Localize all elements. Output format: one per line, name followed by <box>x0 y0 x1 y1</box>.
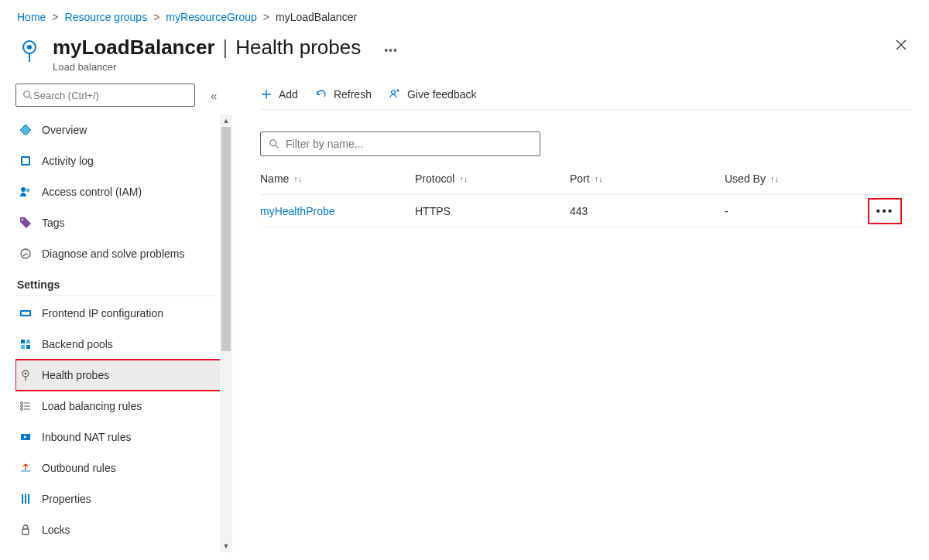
sidebar-item-outbound-rules[interactable]: Outbound rules <box>15 452 232 483</box>
add-button-label: Add <box>279 88 298 101</box>
breadcrumb-myresourcegroup[interactable]: myResourceGroup <box>166 11 257 23</box>
column-header-protocol[interactable]: Protocol ↑↓ <box>415 172 570 185</box>
svg-point-23 <box>21 405 23 408</box>
sort-icon: ↑↓ <box>459 174 468 183</box>
column-label: Port <box>570 172 590 185</box>
title-more-icon[interactable]: ••• <box>384 44 398 56</box>
outbound-rules-icon <box>19 461 33 475</box>
svg-point-19 <box>25 373 27 375</box>
probe-name-link[interactable]: myHealthProbe <box>260 205 415 217</box>
health-probes-table: Name ↑↓ Protocol ↑↓ Port ↑↓ Used By ↑↓ <box>260 162 912 227</box>
overview-icon <box>19 123 33 137</box>
search-icon <box>269 138 279 149</box>
page-subtitle: Load balancer <box>53 61 398 73</box>
filter-input-wrapper[interactable] <box>260 131 540 156</box>
svg-rect-14 <box>21 340 25 343</box>
locks-icon <box>19 523 33 537</box>
filter-input[interactable] <box>286 138 532 150</box>
scrollbar-thumb[interactable] <box>221 127 231 351</box>
svg-point-21 <box>21 402 23 405</box>
toolbar: Add Refresh Give feedback <box>260 84 912 110</box>
breadcrumb-home[interactable]: Home <box>17 11 46 23</box>
sidebar-item-label: Activity log <box>42 155 94 167</box>
column-header-usedby[interactable]: Used By ↑↓ <box>725 172 869 185</box>
page-title-section: Health probes <box>235 36 361 60</box>
sidebar-scrollbar[interactable]: ▲ ▼ <box>220 114 232 552</box>
sidebar-item-overview[interactable]: Overview <box>15 114 232 145</box>
svg-line-4 <box>29 97 33 100</box>
add-button[interactable]: Add <box>260 88 298 101</box>
svg-rect-17 <box>26 345 30 349</box>
sidebar-item-properties[interactable]: Properties <box>15 483 232 514</box>
sidebar-item-inbound-nat[interactable]: Inbound NAT rules <box>15 422 232 452</box>
title-separator: | <box>218 36 233 60</box>
table-row[interactable]: myHealthProbe HTTPS 443 - ••• <box>260 195 912 227</box>
sort-icon: ↑↓ <box>293 174 302 183</box>
svg-point-9 <box>26 189 30 193</box>
sidebar-item-activity-log[interactable]: Activity log <box>15 145 232 176</box>
probe-port: 443 <box>570 205 725 217</box>
sidebar-item-label: Load balancing rules <box>42 400 142 412</box>
sidebar-item-lb-rules[interactable]: Load balancing rules <box>15 391 232 422</box>
properties-icon <box>19 492 33 506</box>
page-header: myLoadBalancer | Health probes ••• Load … <box>0 34 929 77</box>
close-button[interactable] <box>895 39 907 51</box>
refresh-icon <box>315 88 327 101</box>
scrollbar-up-icon[interactable]: ▲ <box>220 114 232 127</box>
sidebar-item-locks[interactable]: Locks <box>15 514 232 545</box>
backend-pools-icon <box>19 337 33 351</box>
svg-marker-5 <box>20 125 31 135</box>
column-header-port[interactable]: Port ↑↓ <box>570 172 725 185</box>
sidebar-item-frontend-ip[interactable]: Frontend IP configuration <box>15 298 232 329</box>
sidebar-search[interactable] <box>15 84 195 107</box>
svg-point-8 <box>21 187 26 192</box>
chevron-right-icon: > <box>263 11 269 23</box>
sidebar-item-label: Properties <box>42 493 91 505</box>
svg-point-25 <box>21 408 23 411</box>
breadcrumb-resource-groups[interactable]: Resource groups <box>65 11 148 23</box>
page-title: myLoadBalancer <box>53 36 215 60</box>
sort-icon: ↑↓ <box>770 174 779 183</box>
svg-line-35 <box>276 145 279 149</box>
access-control-icon <box>19 185 33 199</box>
feedback-button[interactable]: Give feedback <box>389 88 477 101</box>
sidebar-item-tags[interactable]: Tags <box>15 207 232 238</box>
sidebar-item-label: Inbound NAT rules <box>42 431 131 443</box>
scrollbar-down-icon[interactable]: ▼ <box>220 540 232 552</box>
sidebar-item-health-probes[interactable]: Health probes <box>15 360 232 391</box>
column-label: Name <box>260 172 289 185</box>
row-more-button[interactable]: ••• <box>869 199 901 224</box>
svg-rect-16 <box>21 345 25 349</box>
svg-rect-32 <box>22 529 29 534</box>
chevron-right-icon: > <box>52 11 58 23</box>
collapse-sidebar-button[interactable]: « <box>211 89 217 102</box>
refresh-button[interactable]: Refresh <box>315 88 372 101</box>
activity-log-icon <box>19 154 33 168</box>
sidebar-item-diagnose[interactable]: Diagnose and solve problems <box>15 238 232 269</box>
column-label: Used By <box>725 172 766 185</box>
chevron-right-icon: > <box>153 11 159 23</box>
sidebar-item-label: Diagnose and solve problems <box>42 248 184 260</box>
sidebar-item-access-control[interactable]: Access control (IAM) <box>15 176 232 207</box>
sidebar-item-backend-pools[interactable]: Backend pools <box>15 329 232 360</box>
sort-icon: ↑↓ <box>595 174 603 183</box>
feedback-icon <box>389 88 401 101</box>
tags-icon <box>19 216 33 230</box>
sidebar-item-label: Health probes <box>42 369 109 381</box>
refresh-button-label: Refresh <box>334 88 372 101</box>
svg-rect-13 <box>22 312 29 315</box>
frontend-ip-icon <box>19 306 33 320</box>
sidebar-section-settings: Settings <box>15 269 215 296</box>
sidebar-search-input[interactable] <box>33 90 188 101</box>
plus-icon <box>260 88 273 101</box>
column-header-name[interactable]: Name ↑↓ <box>260 172 415 185</box>
load-balancer-icon <box>17 39 42 63</box>
feedback-button-label: Give feedback <box>407 88 477 101</box>
search-icon <box>22 90 33 101</box>
svg-point-10 <box>22 219 23 220</box>
breadcrumb-current: myLoadBalancer <box>276 11 357 23</box>
table-header: Name ↑↓ Protocol ↑↓ Port ↑↓ Used By ↑↓ <box>260 162 912 195</box>
sidebar-item-label: Outbound rules <box>42 462 116 474</box>
inbound-nat-icon <box>19 430 33 444</box>
breadcrumb: Home > Resource groups > myResourceGroup… <box>0 0 929 34</box>
